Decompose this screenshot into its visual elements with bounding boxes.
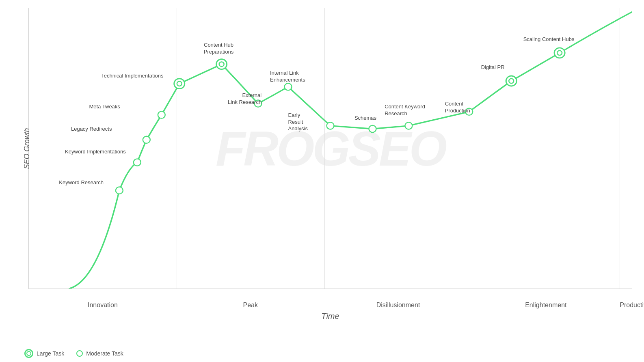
svg-point-8 [116,187,123,194]
label-keyword-research: Keyword Research [59,179,104,186]
label-external-link: ExternalLink Research [228,92,261,106]
svg-point-13 [285,83,292,90]
svg-point-9 [134,159,141,166]
svg-point-14 [327,122,334,129]
svg-point-1 [177,81,182,86]
svg-point-7 [557,51,562,56]
label-digital-pr: Digital PR [481,64,505,71]
legend-moderate-icon [76,350,83,357]
legend-moderate-label: Moderate Task [86,350,123,357]
label-meta-tweaks: Meta Tweaks [89,103,120,110]
svg-point-5 [509,79,514,84]
svg-point-15 [369,125,376,132]
label-scaling: Scaling Content Hubs [523,36,575,43]
label-early-result: EarlyResultAnalysis [288,112,308,133]
legend-moderate-task: Moderate Task [76,350,123,357]
label-tech-impl: Technical Implementations [101,73,163,80]
time-label: Time [321,312,339,321]
svg-point-16 [405,122,412,129]
phase-innovation: Innovation [29,302,177,309]
label-content-hub: Content HubPreparations [204,42,234,56]
phase-productivity: Productivity [620,302,632,309]
x-axis-labels: Innovation Peak Disillusionment Enlighte… [29,302,632,309]
svg-point-10 [143,136,150,143]
label-schemas: Schemas [354,115,376,122]
legend: Large Task Moderate Task [24,349,123,358]
label-content-kw: Content KeywordResearch [385,103,425,117]
phase-disillusionment: Disillusionment [324,302,472,309]
label-content-prod: ContentProduction [445,101,470,114]
legend-large-label: Large Task [37,350,64,357]
phase-peak: Peak [177,302,324,309]
chart-area: FROGSEO SEO Growth [28,8,632,289]
label-legacy-redirects: Legacy Redirects [71,126,112,133]
svg-point-3 [219,62,224,67]
label-keyword-impl: Keyword Implementations [65,149,126,155]
legend-large-icon [24,349,33,358]
phase-enlightenment: Enlightenment [472,302,620,309]
svg-point-11 [158,111,165,118]
legend-large-task: Large Task [24,349,64,358]
chart-container: FROGSEO SEO Growth [0,0,644,362]
label-internal-link: Internal LinkEnhancements [270,70,305,84]
